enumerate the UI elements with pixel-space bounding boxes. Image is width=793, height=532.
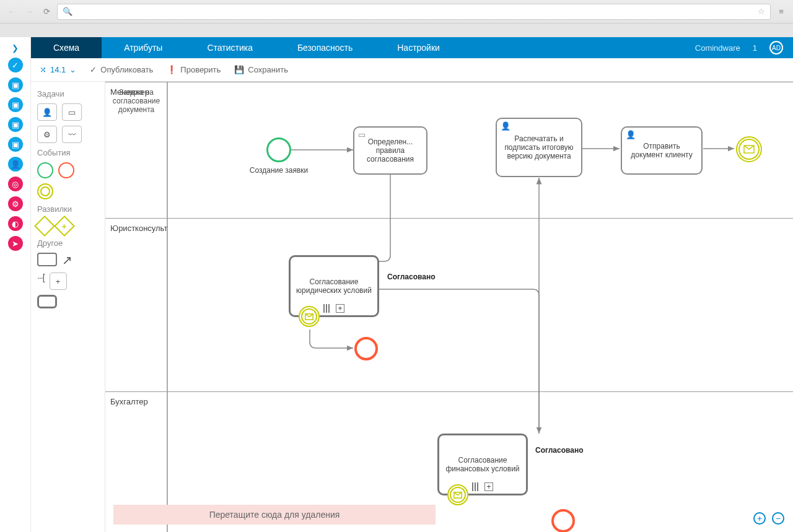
tab-security[interactable]: Безопасность	[275, 37, 375, 58]
palette-annotation[interactable]: ···[	[37, 273, 45, 290]
palette-events-heading: События	[37, 148, 99, 157]
user-avatar[interactable]: AD	[769, 41, 783, 55]
canvas[interactable]: Заявка на согласование документа Менедже…	[105, 82, 793, 532]
lane-legal-label: Юристконсульт	[110, 224, 167, 233]
tab-settings[interactable]: Настройки	[375, 37, 462, 58]
rail-item-gear[interactable]: ⚙	[8, 196, 23, 211]
lane-accountant-label: Бухгалтер	[110, 397, 148, 406]
reload-button[interactable]: ⟳	[40, 5, 53, 19]
rail-item-send[interactable]: ➤	[8, 236, 23, 251]
zoom-out-button[interactable]: −	[772, 512, 784, 525]
left-rail: ❯ ✓ ▣ ▣ ▣ ▣ 👤 ◎ ⚙ ◐ ➤	[0, 37, 31, 532]
palette-start-event[interactable]	[37, 162, 53, 178]
tab-schema[interactable]: Схема	[31, 37, 102, 58]
palette-gateways-heading: Развилки	[37, 204, 99, 214]
multi-instance-marker	[323, 304, 332, 313]
rail-item-app[interactable]: ◎	[8, 177, 23, 191]
edge-label-fin-ok: Согласовано	[535, 446, 583, 455]
user-icon: 👤	[626, 130, 636, 139]
version-label: 14.1	[50, 65, 66, 74]
warning-icon: ❗	[167, 65, 177, 74]
task-rules-label: Определен... правила согласования	[359, 137, 421, 164]
user-icon: 👤	[501, 121, 510, 131]
lane-legal[interactable]: Юристконсульт	[105, 218, 793, 391]
browser-spacer	[0, 24, 793, 37]
rail-toggle-icon[interactable]: ❯	[12, 43, 19, 53]
tab-attributes[interactable]: Атрибуты	[102, 37, 185, 58]
lane-manager-label: Менеджер	[110, 87, 149, 97]
shuffle-icon: ⤮	[40, 65, 46, 74]
rail-item-dashboard[interactable]: ◐	[8, 216, 23, 231]
end-event-legal[interactable]	[354, 337, 378, 360]
check-icon: ✓	[90, 65, 97, 74]
palette-end-event[interactable]	[58, 162, 74, 178]
task-print[interactable]: 👤 Распечатать и подписать итоговую верси…	[496, 118, 582, 177]
publish-label: Опубликовать	[100, 65, 153, 74]
rail-item-doc-4[interactable]: ▣	[8, 137, 23, 152]
task-rules[interactable]: ▭ Определен... правила согласования	[353, 126, 427, 175]
end-event-fin[interactable]	[551, 509, 575, 532]
url-bar[interactable]: 🔍 ☆	[57, 4, 771, 20]
palette-rule-task[interactable]: ▭	[62, 103, 82, 121]
rail-item-check[interactable]: ✓	[8, 58, 23, 72]
validate-label: Проверить	[180, 65, 221, 74]
brand-label: Comindware	[695, 43, 740, 53]
boundary-message-legal[interactable]	[299, 306, 320, 327]
message-end-event[interactable]	[736, 136, 762, 162]
palette-other-heading: Другое	[37, 238, 99, 248]
rule-icon: ▭	[358, 130, 366, 139]
rail-item-doc-2[interactable]: ▣	[8, 97, 23, 112]
start-event[interactable]	[266, 137, 291, 162]
palette-exclusive-gateway[interactable]	[34, 216, 55, 237]
browser-menu-button[interactable]: ≡	[774, 5, 788, 19]
rail-item-user[interactable]: 👤	[8, 157, 23, 172]
save-icon: 💾	[234, 65, 244, 74]
task-send[interactable]: 👤 Отправить документ клиенту	[621, 126, 703, 175]
palette-script-task[interactable]: 〰	[62, 126, 82, 143]
search-icon: 🔍	[63, 7, 72, 16]
task-print-label: Распечатать и подписать итоговую версию …	[502, 134, 576, 160]
palette-connector[interactable]: ↗	[62, 253, 72, 268]
forward-button[interactable]: →	[22, 5, 36, 19]
editor-toolbar: ⤮ 14.1 ⌄ ✓ Опубликовать ❗ Проверить 💾 Со…	[31, 58, 793, 82]
task-send-label: Отправить документ клиенту	[627, 142, 696, 159]
palette-tasks-heading: Задачи	[37, 89, 99, 98]
rail-item-doc-3[interactable]: ▣	[8, 117, 23, 132]
save-label: Сохранить	[248, 65, 288, 74]
palette: Задачи 👤 ▭ ⚙ 〰 События Развилки	[31, 82, 105, 532]
palette-service-task[interactable]: ⚙	[37, 126, 57, 143]
browser-toolbar: ← → ⟳ 🔍 ☆ ≡	[0, 0, 793, 24]
version-selector[interactable]: ⤮ 14.1 ⌄	[40, 65, 76, 74]
tab-statistics[interactable]: Статистика	[185, 37, 275, 58]
subprocess-legal-label: Согласование юридических условий	[296, 277, 372, 295]
chevron-down-icon: ⌄	[69, 65, 76, 74]
notification-count[interactable]: 1	[753, 43, 757, 53]
rail-item-doc-1[interactable]: ▣	[8, 77, 23, 92]
zoom-controls: + −	[753, 512, 784, 525]
palette-pool[interactable]	[37, 253, 57, 266]
publish-button[interactable]: ✓ Опубликовать	[90, 65, 153, 74]
palette-timer-event[interactable]	[37, 183, 53, 199]
subprocess-marker: +	[484, 482, 493, 491]
zoom-in-button[interactable]: +	[753, 512, 766, 525]
delete-drop-zone[interactable]: Перетащите сюда для удаления	[113, 505, 436, 525]
boundary-message-fin[interactable]	[447, 484, 468, 505]
palette-user-task[interactable]: 👤	[37, 103, 57, 121]
multi-instance-marker	[472, 482, 481, 491]
save-button[interactable]: 💾 Сохранить	[234, 65, 288, 74]
palette-parallel-gateway[interactable]: +	[54, 216, 75, 237]
palette-expand[interactable]: +	[50, 273, 67, 290]
bookmark-icon[interactable]: ☆	[758, 7, 765, 16]
start-label: Создание заявки	[245, 166, 313, 175]
subprocess-fin-label: Согласование финансовых условий	[444, 456, 521, 473]
subprocess-marker: +	[336, 304, 344, 313]
back-button[interactable]: ←	[5, 5, 19, 19]
validate-button[interactable]: ❗ Проверить	[167, 65, 221, 74]
main-tabs: Схема Атрибуты Статистика Безопасность Н…	[31, 37, 793, 58]
edge-label-legal-ok: Согласовано	[387, 273, 435, 281]
palette-subprocess[interactable]	[37, 295, 57, 308]
